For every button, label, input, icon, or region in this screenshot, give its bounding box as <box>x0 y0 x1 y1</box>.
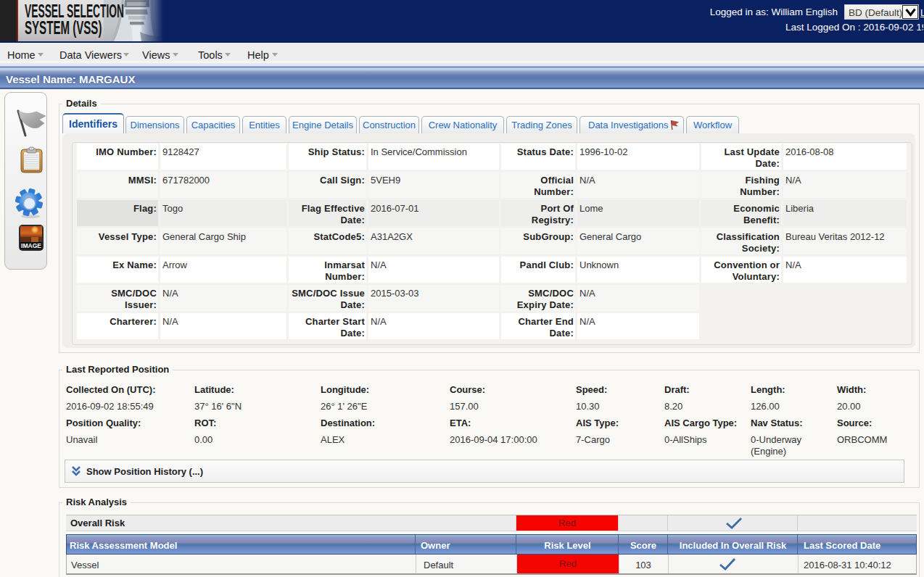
svg-text:IMAGE: IMAGE <box>21 242 41 249</box>
